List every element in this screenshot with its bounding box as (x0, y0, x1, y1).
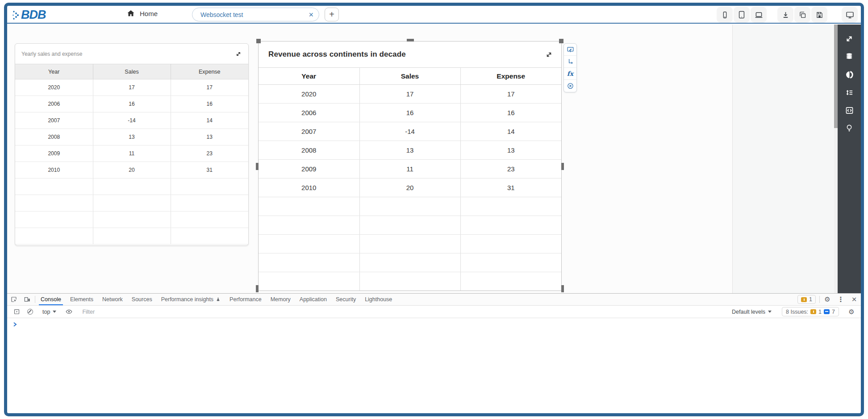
resize-handle[interactable] (407, 39, 414, 41)
scrollbar-thumb[interactable] (834, 25, 838, 128)
expand-icon[interactable] (545, 50, 553, 59)
resize-handle[interactable] (559, 39, 563, 43)
table-cell: 23 (460, 160, 561, 178)
levels-value: Default levels (732, 309, 765, 315)
table-cell: 11 (93, 145, 171, 162)
devtools-tab[interactable]: Memory (266, 294, 295, 305)
expand-panel-button[interactable] (840, 30, 858, 48)
inspect-element-button[interactable] (7, 294, 21, 305)
top-bar: BDB Home Websocket test × + (7, 6, 861, 24)
insights-button[interactable] (840, 119, 858, 137)
table-cell (460, 272, 561, 291)
tablet-preview-button[interactable] (734, 7, 750, 23)
resize-handle[interactable] (561, 285, 564, 292)
table-cell (359, 216, 460, 235)
devtools-tab[interactable]: Sources (127, 294, 157, 305)
issues-summary[interactable]: 8 Issues: 1 7 (782, 307, 839, 316)
table-cell: 17 (93, 79, 171, 96)
devtools-tab[interactable]: Security (331, 294, 360, 305)
chart-options-button[interactable] (840, 66, 858, 83)
tab-close-icon[interactable]: × (309, 11, 313, 19)
code-button[interactable] (840, 101, 858, 119)
export-button[interactable] (777, 7, 793, 23)
issue-count: 1 (809, 296, 812, 303)
table-cell (359, 253, 460, 272)
console-settings-button[interactable]: ⚙ (845, 308, 858, 316)
resize-handle[interactable] (256, 163, 259, 170)
edit-view-icon (567, 46, 574, 54)
devtools-tab-label: Elements (70, 296, 93, 303)
save-button[interactable] (811, 7, 827, 23)
devtools-tab[interactable]: Console (36, 294, 66, 305)
javascript-context-dropdown[interactable]: top (39, 309, 60, 315)
axis-settings-button[interactable] (564, 56, 576, 68)
table-cell: 31 (171, 162, 248, 178)
devtools-tab[interactable]: Performance (225, 294, 266, 305)
devtools-tab-label: Memory (271, 296, 291, 303)
table-cell: 23 (171, 145, 248, 162)
devtools-tabs: Console Elements (36, 294, 396, 305)
inspect-icon (10, 296, 17, 303)
devtools-tab[interactable]: Network (98, 294, 127, 305)
table-cell: 17 (359, 85, 460, 104)
warning-count: 1 (818, 309, 822, 315)
table-cell: 11 (359, 160, 460, 178)
devtools-tab[interactable]: Performance insights (157, 294, 225, 305)
table-row: 20091123 (259, 160, 561, 178)
console-filter-input[interactable] (78, 309, 727, 315)
console-output[interactable] (7, 318, 861, 416)
laptop-preview-button[interactable] (751, 7, 767, 23)
device-toolbar-button[interactable] (21, 294, 34, 305)
console-sidebar-toggle-button[interactable] (10, 308, 23, 315)
remove-icon (567, 82, 574, 90)
table-cell (171, 178, 248, 195)
download-icon (781, 11, 790, 19)
resize-handle[interactable] (561, 163, 564, 170)
expand-icon[interactable] (235, 50, 242, 58)
table-row (259, 197, 561, 216)
live-expression-button[interactable] (62, 308, 75, 315)
widget-yearly-sales[interactable]: Yearly sales and expense YearSalesExpens… (15, 43, 249, 246)
table-cell: 16 (93, 96, 171, 112)
edit-view-button[interactable] (564, 44, 576, 56)
desktop-preview-button[interactable] (842, 7, 858, 23)
list-order-button[interactable] (840, 83, 858, 101)
devtools-tab[interactable]: Elements (66, 294, 98, 305)
mobile-preview-button[interactable] (717, 7, 733, 23)
dashboard-canvas: Yearly sales and expense YearSalesExpens… (7, 25, 861, 293)
home-label[interactable]: Home (140, 10, 158, 17)
datasource-button[interactable] (840, 48, 858, 66)
table-header-row: YearSalesExpense (15, 64, 248, 79)
table-row (259, 216, 561, 235)
devtools-tab-label: Performance (230, 296, 262, 303)
widget-revenue[interactable]: Revenue across continents in decade Year… (258, 41, 562, 291)
formula-button[interactable]: fx (564, 68, 576, 80)
desktop-preview-icon (845, 10, 855, 20)
devtools-more-button[interactable]: ⋮ (834, 294, 847, 305)
duplicate-button[interactable] (794, 7, 810, 23)
vertical-scrollbar[interactable] (834, 25, 838, 293)
dashboard-tab[interactable]: Websocket test × (192, 8, 319, 21)
issues-label: 8 Issues: (786, 309, 808, 315)
log-levels-dropdown[interactable]: Default levels (727, 309, 776, 315)
tabbar-issues-badge[interactable]: 1 (797, 295, 816, 304)
table-cell: 14 (171, 112, 248, 129)
table-cell (359, 197, 460, 216)
table-cell (15, 178, 93, 195)
clear-console-button[interactable] (23, 309, 37, 315)
info-bubble-icon (824, 309, 830, 314)
table-row: 20201717 (259, 85, 561, 104)
new-tab-button[interactable]: + (325, 8, 339, 21)
devtools-close-button[interactable]: × (847, 294, 861, 305)
devtools-settings-button[interactable]: ⚙ (821, 294, 834, 305)
remove-widget-button[interactable] (564, 80, 576, 92)
table-cell: 16 (460, 104, 561, 122)
table-cell (460, 197, 561, 216)
table-cell: -14 (93, 112, 171, 129)
devtools-tab[interactable]: Lighthouse (360, 294, 396, 305)
table-cell: -14 (359, 122, 460, 141)
home-icon[interactable] (126, 9, 135, 18)
resize-handle[interactable] (256, 285, 259, 292)
devtools-tab[interactable]: Application (295, 294, 331, 305)
resize-handle[interactable] (256, 39, 261, 43)
